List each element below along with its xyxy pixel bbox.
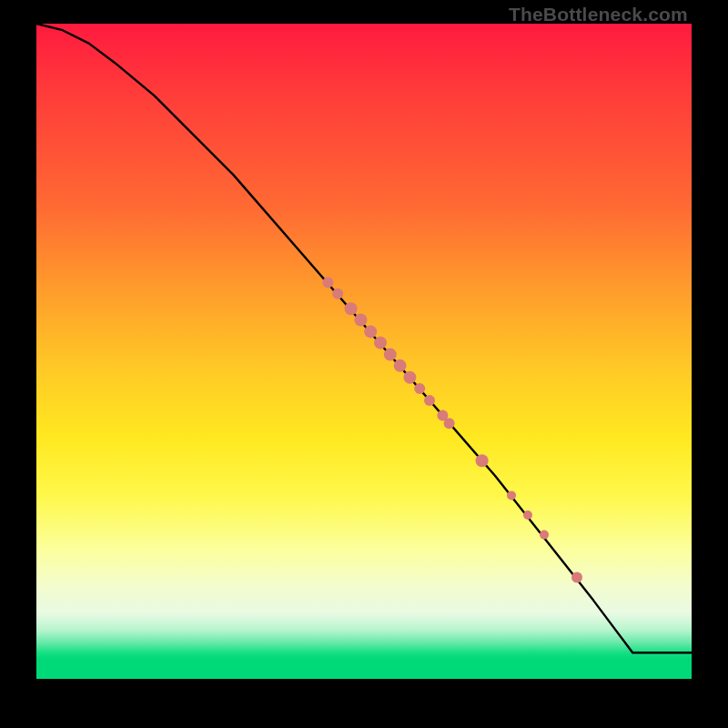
data-point-marker (403, 371, 416, 384)
data-point-marker (384, 349, 397, 361)
data-point-marker (424, 395, 435, 406)
data-point-marker (540, 531, 549, 540)
data-point-marker (394, 359, 407, 372)
marker-layer (322, 277, 582, 582)
watermark-text: TheBottleneck.com (509, 4, 688, 25)
curve-line (36, 24, 692, 652)
data-point-marker (332, 288, 343, 299)
data-point-marker (354, 313, 367, 326)
chart-svg (36, 24, 692, 679)
plot-area (36, 24, 692, 679)
data-point-marker (374, 337, 387, 349)
data-point-marker (364, 325, 377, 338)
data-point-marker (444, 418, 455, 429)
data-point-marker (571, 571, 582, 582)
chart-stage: TheBottleneck.com (0, 0, 728, 728)
data-point-marker (523, 511, 532, 520)
data-point-marker (414, 383, 425, 394)
data-point-marker (345, 302, 358, 315)
data-point-marker (476, 454, 489, 467)
data-point-marker (507, 490, 516, 500)
data-point-marker (322, 277, 333, 288)
